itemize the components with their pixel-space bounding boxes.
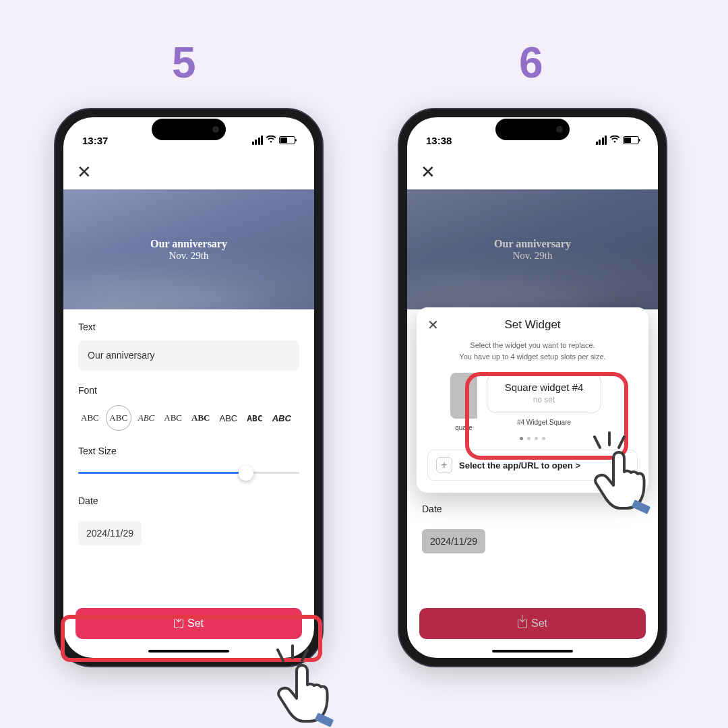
modal-title: Set Widget bbox=[427, 318, 638, 332]
select-app-label: Select the app/URL to open > bbox=[459, 460, 580, 471]
signal-icon bbox=[596, 135, 607, 145]
date-field[interactable]: 2024/11/29 bbox=[78, 521, 142, 545]
battery-icon bbox=[279, 136, 295, 144]
set-widget-modal: ✕ Set Widget Select the widget you want … bbox=[417, 307, 648, 493]
signal-icon bbox=[252, 135, 264, 145]
plus-icon: + bbox=[436, 457, 452, 473]
modal-close-icon[interactable]: ✕ bbox=[427, 317, 439, 333]
step-number-6: 6 bbox=[519, 38, 543, 88]
widget-caption: quare bbox=[450, 424, 477, 431]
phone-frame-5: 13:37 ✕ Our anniversary Nov. 29th Text O… bbox=[54, 108, 324, 667]
set-button-label: Set bbox=[187, 617, 204, 630]
font-option[interactable]: ABC bbox=[244, 409, 265, 427]
step-number-5: 5 bbox=[172, 38, 196, 88]
font-option[interactable]: ABC bbox=[161, 408, 185, 427]
select-app-button[interactable]: + Select the app/URL to open > bbox=[427, 450, 638, 481]
widget-slot-card[interactable]: Square widget #4 no set bbox=[487, 373, 601, 413]
font-picker[interactable]: ABC ABC ABC ABC ABC ABC ABC ABC bbox=[78, 405, 299, 431]
dynamic-island bbox=[152, 119, 226, 140]
widget-caption: #4 Widget Square bbox=[487, 419, 601, 426]
widget-preview: Our anniversary Nov. 29th bbox=[63, 189, 314, 309]
font-option[interactable]: ABC bbox=[189, 408, 212, 427]
date-field[interactable]: 2024/11/29 bbox=[422, 529, 485, 553]
dynamic-island bbox=[495, 119, 570, 140]
font-option[interactable]: ABC bbox=[78, 408, 102, 427]
hero-subtitle: Nov. 29th bbox=[512, 250, 552, 262]
download-icon bbox=[518, 619, 527, 628]
widget-card-status: no set bbox=[493, 395, 595, 404]
font-option-selected[interactable]: ABC bbox=[106, 405, 131, 431]
screen-6: 13:38 ✕ Our anniversary Nov. 29th Date 2… bbox=[407, 117, 658, 658]
textsize-slider[interactable] bbox=[78, 466, 299, 479]
hero-title: Our anniversary bbox=[150, 238, 227, 250]
widget-slot-preview[interactable] bbox=[450, 373, 477, 419]
set-button[interactable]: Set bbox=[419, 608, 646, 639]
svg-rect-3 bbox=[315, 712, 334, 727]
home-indicator bbox=[492, 650, 573, 653]
textsize-label: Text Size bbox=[78, 446, 299, 456]
status-icons bbox=[252, 135, 296, 146]
status-time: 13:37 bbox=[82, 135, 108, 146]
date-label: Date bbox=[422, 504, 643, 514]
home-indicator bbox=[148, 650, 229, 653]
font-option[interactable]: ABC bbox=[135, 408, 158, 427]
status-time: 13:38 bbox=[426, 135, 452, 146]
text-label: Text bbox=[78, 322, 299, 332]
screen-5: 13:37 ✕ Our anniversary Nov. 29th Text O… bbox=[63, 117, 314, 658]
date-label: Date bbox=[78, 495, 299, 506]
hero-title: Our anniversary bbox=[494, 238, 571, 250]
battery-icon bbox=[623, 136, 639, 144]
set-button-label: Set bbox=[531, 617, 547, 630]
modal-description: Select the widget you want to replace. Y… bbox=[427, 340, 638, 362]
download-icon bbox=[174, 619, 183, 628]
close-icon[interactable]: ✕ bbox=[421, 162, 435, 182]
text-field[interactable]: Our anniversary bbox=[78, 340, 299, 370]
font-label: Font bbox=[78, 385, 299, 396]
status-icons bbox=[596, 135, 640, 146]
close-icon[interactable]: ✕ bbox=[77, 162, 92, 182]
hero-subtitle: Nov. 29th bbox=[169, 250, 208, 262]
font-option[interactable]: ABC bbox=[216, 409, 240, 427]
font-option[interactable]: ABC bbox=[270, 409, 294, 427]
phone-frame-6: 13:38 ✕ Our anniversary Nov. 29th Date 2… bbox=[398, 108, 667, 667]
wifi-icon bbox=[266, 135, 276, 146]
widget-card-title: Square widget #4 bbox=[493, 382, 595, 394]
widget-preview: Our anniversary Nov. 29th bbox=[407, 189, 658, 309]
page-indicator bbox=[427, 437, 638, 440]
set-button[interactable]: Set bbox=[75, 608, 302, 639]
wifi-icon bbox=[609, 135, 620, 146]
